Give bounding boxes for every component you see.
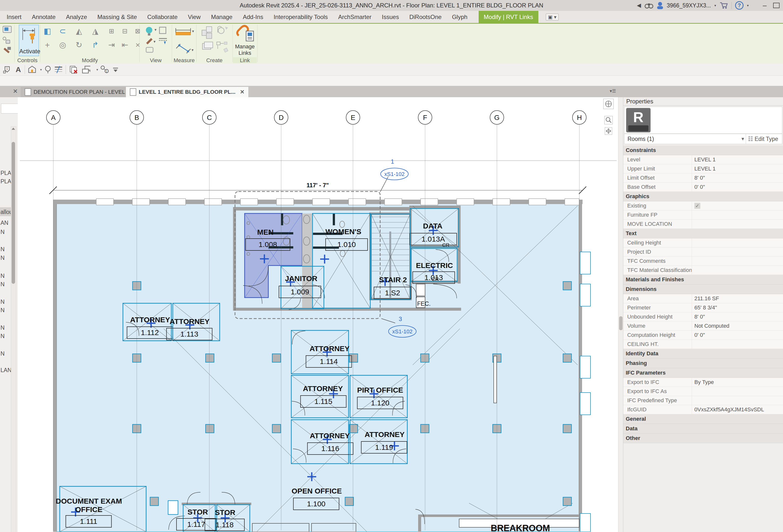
create-panel-icons[interactable] bbox=[200, 26, 230, 55]
browser-item-fragment[interactable]: N bbox=[0, 325, 11, 331]
room-number[interactable]: 1.009 bbox=[290, 288, 309, 296]
callout-number[interactable]: 1 bbox=[391, 158, 394, 165]
browser-item-fragment[interactable]: PLAN bbox=[0, 170, 11, 176]
room-name[interactable]: DATA bbox=[423, 222, 443, 230]
prop-value[interactable]: By Type bbox=[692, 378, 783, 387]
prop-value[interactable] bbox=[692, 210, 783, 219]
browser-item-fragment[interactable]: PLAN bbox=[0, 178, 11, 185]
join-geometry-icon[interactable]: ◧ bbox=[41, 25, 53, 37]
room-name[interactable]: ATTORNEY bbox=[310, 344, 349, 353]
activate-button[interactable]: Activate bbox=[19, 25, 39, 56]
properties-header[interactable]: Properties bbox=[623, 97, 783, 106]
thin-lines-icon[interactable] bbox=[54, 65, 63, 74]
prop-value[interactable]: Not Computed bbox=[692, 322, 783, 330]
user-dropdown-icon[interactable]: ▾ bbox=[714, 3, 716, 7]
close-project-browser-icon[interactable]: ✕ bbox=[13, 88, 18, 95]
tab-list-dropdown-icon[interactable]: ▾☰ bbox=[610, 88, 616, 94]
floor-plan[interactable]: ABCDEFGH117' - 7"MEN1.008WOMEN'S1.010JAN… bbox=[18, 97, 618, 532]
room-name[interactable]: PIRT OFFICE bbox=[357, 386, 403, 394]
help-dropdown-icon[interactable]: ▾ bbox=[747, 3, 749, 7]
browser-item-fragment[interactable]: AN bbox=[0, 220, 11, 226]
room-name[interactable]: STOR bbox=[215, 508, 236, 517]
switch-windows-icon[interactable] bbox=[82, 65, 90, 74]
project-browser-scrollbar[interactable] bbox=[11, 126, 16, 532]
prop-value[interactable] bbox=[692, 387, 783, 396]
close-inactive-views-icon[interactable] bbox=[69, 65, 78, 74]
scrollbar-up-arrow-icon[interactable] bbox=[11, 128, 15, 130]
browser-item-fragment[interactable]: N bbox=[0, 307, 11, 313]
room-name[interactable]: ATTORNEY bbox=[169, 317, 210, 326]
prop-value[interactable] bbox=[692, 257, 783, 266]
room-name[interactable]: WOMEN'S bbox=[325, 228, 361, 236]
prop-value[interactable]: 0' 0" bbox=[692, 182, 783, 192]
ribbon-tab-manage[interactable]: Manage bbox=[206, 11, 238, 23]
close-view-tab-icon[interactable]: ✕ bbox=[240, 89, 244, 95]
prop-value[interactable]: 0' 0" bbox=[692, 331, 783, 339]
array-icon[interactable]: ↱ bbox=[89, 39, 101, 51]
callout-reference[interactable]: xS1-102 bbox=[384, 171, 405, 177]
rotate-icon[interactable]: ↻ bbox=[73, 39, 85, 51]
prop-checkbox[interactable]: ✓ bbox=[694, 203, 700, 209]
prop-value[interactable]: 0VxsZXkf5A4gXJM14SvSDL bbox=[692, 405, 783, 414]
trim-extend-icon[interactable]: ⇤ bbox=[119, 39, 131, 51]
prop-value[interactable]: LEVEL 1 bbox=[692, 164, 783, 173]
tag-all-icon[interactable]: 1 bbox=[100, 65, 108, 74]
room-number[interactable]: 1.111 bbox=[80, 517, 97, 525]
room-name[interactable]: STOR bbox=[188, 508, 208, 516]
canvas-scrollbar-thumb[interactable] bbox=[619, 316, 623, 330]
split-element-icon[interactable]: ⊞ bbox=[106, 25, 118, 37]
ribbon-tab-glyph[interactable]: Glyph bbox=[447, 11, 473, 23]
view-tab-demolition-floor-plan-level-1[interactable]: DEMOLITION FLOOR PLAN - LEVEL 1 bbox=[21, 87, 133, 97]
ribbon-state-toggle-icon[interactable]: ▣ ▾ bbox=[546, 13, 559, 21]
room-number[interactable]: 1.114 bbox=[320, 357, 338, 365]
room-number[interactable]: 1.118 bbox=[216, 521, 234, 529]
project-browser-scrollbar-thumb[interactable] bbox=[11, 142, 15, 284]
browser-item-fragment[interactable]: N bbox=[0, 273, 11, 279]
ribbon-tab-insert[interactable]: Insert bbox=[1, 11, 27, 23]
view-panel-icons[interactable]: ▾ ▾ bbox=[144, 26, 171, 55]
room-number[interactable]: 1.117 bbox=[187, 520, 206, 528]
prop-value[interactable]: 211.16 SF bbox=[692, 294, 783, 303]
callout-1[interactable]: 1xS1-102 bbox=[380, 158, 408, 192]
room-number[interactable]: 1.119 bbox=[375, 443, 393, 451]
room-name[interactable]: ATTORNEY bbox=[310, 432, 350, 440]
zoom-tool-button[interactable] bbox=[604, 116, 613, 124]
ribbon-tab-view[interactable]: View bbox=[183, 11, 206, 23]
room-number[interactable]: 1.013A bbox=[421, 235, 445, 243]
navigation-wheel-button[interactable] bbox=[603, 99, 614, 109]
browser-item-fragment[interactable]: N bbox=[0, 351, 11, 357]
browser-item-fragment[interactable]: N bbox=[0, 229, 11, 235]
properties-mini-icons[interactable] bbox=[2, 26, 13, 57]
type-preview[interactable] bbox=[624, 107, 782, 134]
manage-links-button[interactable]: Manage Links bbox=[233, 25, 256, 57]
ribbon-tab-collaborate[interactable]: Collaborate bbox=[142, 11, 183, 23]
browser-item-fragment[interactable]: LAN bbox=[0, 367, 11, 374]
prop-value[interactable]: LEVEL 1 bbox=[692, 155, 783, 164]
tag-by-category-icon[interactable]: 1 bbox=[2, 65, 11, 74]
ribbon-tab-modify-rvt-links[interactable]: Modify | RVT Links bbox=[479, 11, 538, 23]
qat-collapse-icon[interactable] bbox=[112, 65, 121, 74]
room-name[interactable]: STAIR 2 bbox=[379, 276, 407, 284]
room-number[interactable]: 1.S2 bbox=[385, 289, 400, 297]
canvas-scrollbar[interactable] bbox=[618, 97, 623, 532]
view-tab-level-1-entire-bldg-floor-pl[interactable]: LEVEL 1_ENTIRE BLDG_FLOOR PL...✕ bbox=[126, 87, 248, 97]
callout-number[interactable]: 3 bbox=[399, 315, 402, 322]
ribbon-tab-annotate[interactable]: Annotate bbox=[27, 11, 61, 23]
ribbon-tab-massing-site[interactable]: Massing & Site bbox=[92, 11, 142, 23]
prop-value[interactable] bbox=[692, 396, 783, 405]
ribbon-tab-issues[interactable]: Issues bbox=[377, 11, 404, 23]
browser-item-fragment[interactable]: allou bbox=[0, 209, 11, 215]
pan-tool-button[interactable] bbox=[605, 127, 612, 135]
minimize-button[interactable]: – bbox=[763, 1, 767, 9]
copy-icon[interactable]: ◎ bbox=[57, 39, 69, 51]
type-selector-chevron-icon[interactable]: ▼ bbox=[741, 134, 745, 144]
room-name[interactable]: MEN bbox=[257, 228, 274, 236]
split-with-gap-icon[interactable]: ⊟ bbox=[119, 25, 131, 37]
room-name[interactable]: OPEN OFFICE bbox=[291, 487, 342, 495]
search-binoculars-icon[interactable] bbox=[645, 2, 653, 9]
type-selector-value[interactable]: Rooms (1) bbox=[625, 136, 654, 142]
room-name[interactable]: ATTORNEY bbox=[303, 385, 343, 393]
prop-value[interactable] bbox=[692, 340, 783, 349]
user-avatar-icon[interactable] bbox=[657, 2, 663, 9]
room-number[interactable]: 1.112 bbox=[141, 328, 159, 337]
